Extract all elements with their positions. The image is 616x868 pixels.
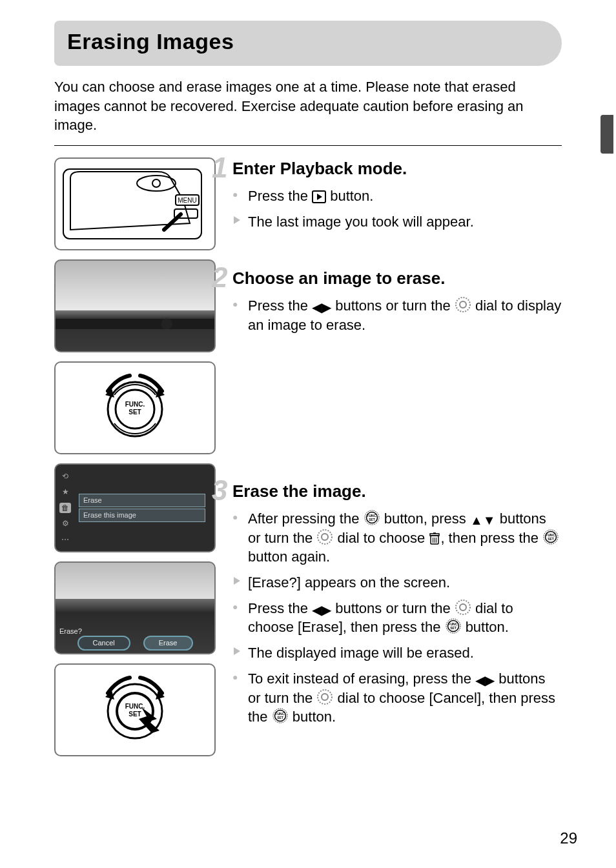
func-set-icon: FUNC.SET: [272, 707, 289, 724]
step-number-1: 1: [212, 154, 226, 182]
svg-point-46: [322, 694, 328, 700]
step-title-2: Choose an image to erase.: [232, 267, 562, 290]
svg-point-28: [322, 534, 328, 540]
svg-marker-20: [317, 194, 322, 200]
svg-rect-30: [430, 534, 439, 536]
list-item: Press the ◀▶ buttons or turn the dial to…: [232, 296, 562, 334]
svg-point-27: [318, 530, 332, 544]
erase-option: Erase: [143, 636, 193, 651]
page-title: Erasing Images: [67, 27, 549, 57]
menu-item-erase-this: Erase this image: [79, 509, 205, 522]
illustration-control-dial: FUNC. SET: [54, 361, 216, 454]
func-set-icon: FUNC.SET: [445, 618, 462, 634]
step-number-3: 3: [212, 476, 226, 505]
svg-point-21: [456, 298, 470, 312]
svg-text:SET: SET: [369, 518, 375, 521]
svg-point-22: [460, 301, 466, 308]
list-item: The displayed image will be erased.: [232, 643, 562, 663]
list-item: Press the button.: [232, 187, 562, 206]
step-number-2: 2: [212, 263, 226, 292]
svg-text:SET: SET: [128, 409, 141, 416]
control-dial-icon: [455, 599, 471, 616]
svg-text:SET: SET: [277, 716, 283, 720]
svg-point-45: [318, 690, 332, 704]
func-set-icon: FUNC.SET: [364, 509, 380, 526]
illustration-control-dial-press: FUNC. SET: [54, 663, 216, 756]
func-set-icon: FUNC.SET: [542, 529, 559, 545]
svg-text:SET: SET: [128, 711, 141, 718]
svg-point-39: [456, 600, 470, 614]
svg-text:SET: SET: [450, 626, 457, 630]
step-title-1: Enter Playback mode.: [232, 157, 562, 180]
list-item: Press the ◀▶ buttons or turn the dial to…: [232, 599, 562, 637]
illustration-camera-back: MENU: [54, 157, 216, 250]
trash-icon: [429, 532, 440, 545]
erase-prompt-label: Erase?: [59, 627, 82, 636]
svg-point-40: [460, 604, 466, 611]
svg-point-2: [152, 179, 160, 187]
svg-text:FUNC.: FUNC.: [125, 401, 145, 408]
control-dial-icon: [316, 689, 333, 705]
control-dial-icon: [316, 529, 333, 545]
edge-tab: [601, 115, 613, 154]
intro-paragraph: You can choose and erase images one at a…: [54, 77, 562, 135]
illustration-erase-confirm: Erase? Cancel Erase: [54, 561, 216, 654]
section-header: Erasing Images: [54, 21, 562, 66]
cancel-option: Cancel: [77, 636, 130, 651]
illustration-erase-menu: ⟲★ 🗑 ⚙⋯ Erase Erase this image: [54, 463, 216, 552]
playback-icon: [312, 190, 326, 203]
divider: [54, 145, 562, 146]
list-item: After pressing the FUNC.SET button, pres…: [232, 509, 562, 567]
menu-button-label: MENU: [178, 197, 196, 204]
svg-text:SET: SET: [548, 537, 554, 541]
list-item: To exit instead of erasing, press the ◀▶…: [232, 669, 562, 727]
page-number: 29: [560, 828, 577, 849]
trash-icon: 🗑: [59, 503, 71, 513]
svg-text:FUNC.: FUNC.: [125, 703, 145, 710]
list-item: The last image you took will appear.: [232, 212, 562, 232]
control-dial-icon: [455, 296, 471, 313]
illustration-playback-image: [54, 259, 216, 352]
svg-point-1: [137, 176, 176, 191]
list-item: [Erase?] appears on the screen.: [232, 573, 562, 592]
step-title-3: Erase the image.: [232, 480, 562, 503]
menu-item-erase: Erase: [79, 494, 205, 507]
